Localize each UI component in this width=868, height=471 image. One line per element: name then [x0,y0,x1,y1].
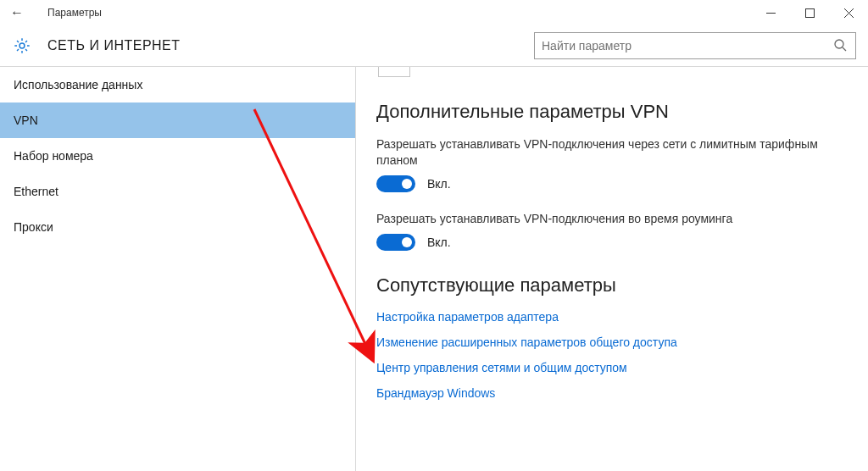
header: СЕТЬ И ИНТЕРНЕТ [0,25,868,66]
related-links: Настройка параметров адаптера Изменение … [376,310,848,400]
toggle-roaming-state: Вкл. [427,236,451,249]
maximize-button[interactable] [790,0,829,25]
sidebar-item-label: Набор номера [14,149,93,163]
link-advanced-sharing[interactable]: Изменение расширенных параметров общего … [376,335,848,349]
toggle-roaming[interactable] [376,234,415,251]
content-pane: Дополнительные параметры VPN Разрешать у… [356,67,868,471]
toggle-knob [402,179,412,189]
toggle-metered[interactable] [376,175,415,192]
gear-icon [12,36,32,56]
setting-metered-label: Разрешать устанавливать VPN-подключения … [376,136,848,169]
sidebar-item-label: Использование данных [14,78,142,91]
sidebar-item-dialup[interactable]: Набор номера [0,138,355,174]
toggle-row-roaming: Вкл. [376,234,848,251]
search-icon [833,38,849,53]
titlebar: ← Параметры [0,0,868,25]
search-input[interactable] [542,39,833,53]
related-section-title: Сопутствующие параметры [376,274,848,296]
back-button[interactable]: ← [10,5,31,20]
setting-roaming-label: Разрешать устанавливать VPN-подключения … [376,211,848,227]
link-network-center[interactable]: Центр управления сетями и общим доступом [376,361,848,374]
window-title: Параметры [47,7,102,19]
sidebar-item-data-usage[interactable]: Использование данных [0,67,355,103]
toggle-metered-state: Вкл. [427,177,451,191]
sidebar: Использование данных VPN Набор номера Et… [0,67,356,471]
search-box[interactable] [534,32,856,59]
sidebar-item-ethernet[interactable]: Ethernet [0,174,355,209]
advanced-section-title: Дополнительные параметры VPN [376,101,848,123]
category-title: СЕТЬ И ИНТЕРНЕТ [47,38,181,53]
window-controls [751,0,868,25]
svg-rect-1 [805,8,814,17]
add-vpn-tile-visible-bottom[interactable] [378,67,410,77]
sidebar-item-proxy[interactable]: Прокси [0,209,355,245]
sidebar-item-label: VPN [14,114,38,127]
toggle-knob [402,237,412,247]
sidebar-item-label: Ethernet [14,185,58,198]
link-windows-firewall[interactable]: Брандмауэр Windows [376,386,848,400]
body: Использование данных VPN Набор номера Et… [0,67,868,471]
minimize-button[interactable] [751,0,790,25]
sidebar-item-vpn[interactable]: VPN [0,103,355,138]
sidebar-item-label: Прокси [14,220,53,234]
close-button[interactable] [829,0,868,25]
svg-line-6 [843,47,846,51]
link-adapter-settings[interactable]: Настройка параметров адаптера [376,310,848,324]
svg-point-4 [19,43,25,48]
toggle-row-metered: Вкл. [376,175,848,192]
svg-point-5 [835,40,843,48]
